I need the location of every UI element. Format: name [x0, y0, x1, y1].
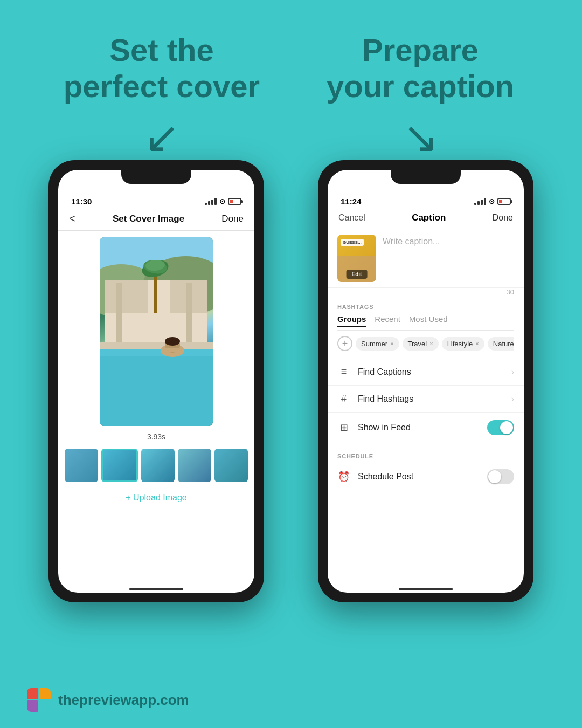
- char-count: 30: [328, 288, 524, 298]
- status-icons-left: ⊙: [205, 197, 241, 205]
- thumb-2[interactable]: [101, 449, 138, 482]
- arrow-left-icon: ↙: [144, 120, 180, 155]
- phone-left-screen: 11:30 ⊙ < Set Cover Image: [58, 170, 254, 593]
- show-in-feed-label: Show in Feed: [358, 423, 480, 432]
- wifi-icon-left: ⊙: [219, 197, 225, 205]
- phone-right-screen: 11:24 ⊙ Cancel Caption: [328, 170, 524, 593]
- edit-label[interactable]: Edit: [347, 270, 368, 279]
- chevron-right-icon-2: ›: [511, 394, 514, 404]
- caption-nav: Cancel Caption Done: [328, 209, 524, 229]
- tab-groups[interactable]: Groups: [337, 314, 366, 327]
- status-icons-right: ⊙: [474, 197, 511, 205]
- header-section: Set the perfect cover Prepare your capti…: [0, 0, 582, 120]
- schedule-post-toggle[interactable]: [487, 469, 514, 484]
- caption-input[interactable]: Write caption...: [383, 235, 514, 282]
- caption-thumbnail[interactable]: GUESS... Edit: [337, 235, 376, 282]
- schedule-post-label: Schedule Post: [358, 472, 480, 482]
- thumb-4[interactable]: [178, 449, 211, 482]
- hashtag-tabs: Groups Recent Most Used: [337, 314, 514, 331]
- thumbnail-strip: [58, 444, 254, 486]
- upload-image-button[interactable]: + Upload Image: [58, 486, 254, 509]
- phone-left: 11:30 ⊙ < Set Cover Image: [48, 160, 264, 602]
- show-in-feed-item: ⊞ Show in Feed: [328, 413, 524, 443]
- app-logo: [27, 688, 51, 712]
- toggle-knob-off: [488, 470, 501, 483]
- find-hashtags-label: Find Hashtags: [358, 394, 504, 404]
- grid-icon: ⊞: [337, 422, 350, 434]
- schedule-post-item: ⏰ Schedule Post: [328, 462, 524, 492]
- caption-content: GUESS... Edit Write caption...: [328, 229, 524, 288]
- tag-summer[interactable]: Summer ×: [356, 337, 399, 351]
- clock-icon: ⏰: [337, 471, 350, 483]
- tag-travel[interactable]: Travel ×: [403, 337, 439, 351]
- logo-cell-tl: [27, 688, 38, 699]
- svg-rect-12: [100, 345, 213, 426]
- done-button-right[interactable]: Done: [493, 213, 513, 223]
- phones-section: 11:30 ⊙ < Set Cover Image: [0, 160, 582, 602]
- find-captions-label: Find Captions: [358, 367, 504, 377]
- find-captions-item[interactable]: ≡ Find Captions ›: [328, 359, 524, 386]
- status-time-left: 11:30: [71, 197, 92, 206]
- phone-right-notch: [391, 170, 461, 184]
- hashtag-icon: #: [337, 393, 350, 404]
- toggle-knob-on: [500, 421, 513, 434]
- svg-rect-4: [105, 280, 148, 313]
- tab-most-used[interactable]: Most Used: [409, 314, 448, 327]
- hashtags-label: HASHTAGS: [337, 304, 514, 310]
- schedule-section-label: SCHEDULE: [328, 448, 524, 462]
- logo-cell-br: [39, 700, 51, 712]
- cover-image-bg: [100, 237, 213, 426]
- tag-nature[interactable]: Nature: [488, 337, 514, 351]
- phone-left-home-bar: [129, 588, 183, 590]
- done-button-left[interactable]: Done: [221, 214, 244, 224]
- svg-rect-14: [100, 342, 213, 349]
- caption-nav-title: Caption: [412, 212, 446, 223]
- show-in-feed-toggle[interactable]: [487, 420, 514, 435]
- cover-image-svg: [100, 237, 213, 426]
- signal-icon-right: [474, 198, 486, 205]
- hashtags-section: HASHTAGS Groups Recent Most Used + Summe…: [328, 298, 524, 354]
- svg-rect-7: [186, 283, 192, 342]
- phone-right-home-bar: [399, 588, 453, 590]
- header-title-right: Prepare your caption: [307, 32, 534, 104]
- battery-icon-right: [497, 198, 511, 205]
- guess-label: GUESS...: [341, 239, 364, 246]
- hashtag-tags-row: + Summer × Travel × Lifestyle × Nature: [337, 336, 514, 351]
- thumb-1[interactable]: [65, 449, 98, 482]
- thumb-5[interactable]: [214, 449, 248, 482]
- header-right: Prepare your caption: [307, 32, 534, 104]
- arrows-section: ↙ ↘: [0, 120, 582, 160]
- cover-image-container: [100, 237, 213, 426]
- status-time-right: 11:24: [341, 197, 361, 206]
- back-button[interactable]: <: [69, 212, 75, 225]
- signal-icon-left: [205, 198, 217, 205]
- svg-point-17: [165, 337, 180, 346]
- chevron-right-icon: ›: [511, 367, 514, 377]
- arrow-right-icon: ↘: [403, 120, 439, 155]
- nav-title-left: Set Cover Image: [113, 214, 184, 224]
- header-left: Set the perfect cover: [48, 32, 275, 104]
- header-title-left: Set the perfect cover: [48, 32, 275, 104]
- find-hashtags-item[interactable]: # Find Hashtags ›: [328, 386, 524, 413]
- logo-cell-bl: [27, 700, 38, 712]
- tag-lifestyle[interactable]: Lifestyle ×: [442, 337, 484, 351]
- footer-website: thepreviewapp.com: [58, 692, 189, 709]
- menu-section: ≡ Find Captions › # Find Hashtags › ⊞ Sh…: [328, 359, 524, 443]
- timestamp-label: 3.93s: [58, 432, 254, 441]
- wifi-icon-right: ⊙: [489, 197, 495, 205]
- cancel-button[interactable]: Cancel: [338, 213, 365, 223]
- svg-rect-6: [116, 283, 122, 342]
- battery-icon-left: [228, 198, 241, 205]
- svg-rect-18: [162, 348, 183, 352]
- arrow-left-container: ↙: [48, 120, 275, 155]
- captions-icon: ≡: [337, 366, 350, 377]
- arrow-right-container: ↘: [307, 120, 534, 155]
- thumb-3[interactable]: [141, 449, 175, 482]
- logo-cell-tr: [39, 688, 51, 699]
- phone-right: 11:24 ⊙ Cancel Caption: [318, 160, 534, 602]
- phone-left-notch: [121, 170, 191, 184]
- footer: thepreviewapp.com: [27, 688, 189, 712]
- nav-bar-left: < Set Cover Image Done: [58, 209, 254, 231]
- tab-recent[interactable]: Recent: [375, 314, 400, 327]
- add-tag-button[interactable]: +: [337, 336, 352, 351]
